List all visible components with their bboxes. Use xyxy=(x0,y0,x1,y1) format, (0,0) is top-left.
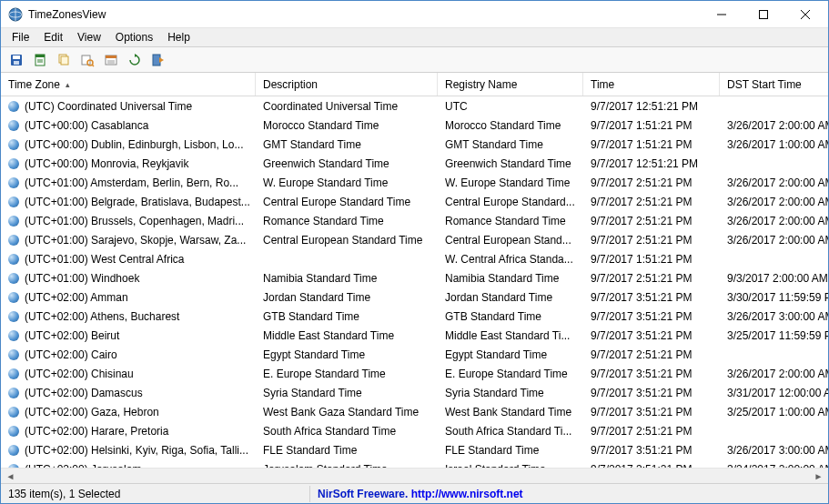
cell-dst: 3/30/2017 11:59:59 PM xyxy=(720,289,828,306)
table-row[interactable]: (UTC+01:00) WindhoekNamibia Standard Tim… xyxy=(1,268,828,287)
cell-dst: 3/26/2017 2:00:00 AM xyxy=(720,117,828,134)
cell-dst xyxy=(720,429,828,433)
cell-time: 9/7/2017 1:51:21 PM xyxy=(583,117,720,134)
table-row[interactable]: (UTC) Coordinated Universal TimeCoordina… xyxy=(1,96,828,116)
minimize-button[interactable] xyxy=(701,2,743,27)
cell-description: Syria Standard Time xyxy=(256,385,438,401)
svg-rect-20 xyxy=(106,55,116,58)
cell-time: 9/7/2017 3:51:21 PM xyxy=(583,461,720,469)
table-row[interactable]: (UTC+01:00) Sarajevo, Skopje, Warsaw, Za… xyxy=(1,230,828,249)
table-row[interactable]: (UTC+02:00) Athens, BucharestGTB Standar… xyxy=(1,307,828,326)
cell-time: 9/7/2017 2:51:21 PM xyxy=(583,347,720,363)
cell-time: 9/7/2017 2:51:21 PM xyxy=(583,232,720,248)
cell-dst xyxy=(720,105,828,108)
cell-registry: GTB Standard Time xyxy=(438,308,583,325)
menu-options[interactable]: Options xyxy=(108,28,160,46)
cell-timezone: (UTC+02:00) Chisinau xyxy=(1,366,256,382)
table-row[interactable]: (UTC+02:00) DamascusSyria Standard TimeS… xyxy=(1,383,828,402)
cell-description: Morocco Standard Time xyxy=(256,117,438,134)
titlebar: TimeZonesView xyxy=(1,1,828,28)
cell-registry: Namibia Standard Time xyxy=(438,270,583,287)
app-icon xyxy=(8,7,23,22)
cell-description: Romance Standard Time xyxy=(256,213,438,229)
menu-view[interactable]: View xyxy=(70,28,108,46)
cell-dst: 3/26/2017 2:00:00 AM xyxy=(720,194,828,210)
table-row[interactable]: (UTC+02:00) ChisinauE. Europe Standard T… xyxy=(1,364,828,383)
nirsoft-link[interactable]: http://www.nirsoft.net xyxy=(411,488,523,500)
maximize-button[interactable] xyxy=(743,2,784,27)
minimize-icon xyxy=(717,10,726,19)
table-row[interactable]: (UTC+01:00) West Central AfricaW. Centra… xyxy=(1,249,828,268)
properties-button[interactable] xyxy=(101,50,121,70)
app-window: TimeZonesView File Edit View Options Hel… xyxy=(0,0,829,504)
table-row[interactable]: (UTC+02:00) Helsinki, Kyiv, Riga, Sofia,… xyxy=(1,440,828,459)
svg-rect-4 xyxy=(760,10,768,18)
cell-timezone: (UTC+02:00) Athens, Bucharest xyxy=(1,308,256,325)
timezone-icon xyxy=(8,254,19,265)
cell-time: 9/7/2017 3:51:21 PM xyxy=(583,404,720,420)
cell-registry: Central European Stand... xyxy=(438,232,583,248)
col-header-dst[interactable]: DST Start Time xyxy=(720,73,828,96)
cell-registry: UTC xyxy=(438,98,583,115)
find-icon xyxy=(80,53,95,67)
cell-registry: Central Europe Standard... xyxy=(438,194,583,210)
timezone-icon xyxy=(8,139,19,150)
copy-button[interactable] xyxy=(54,50,74,70)
col-header-timezone[interactable]: Time Zone▴ xyxy=(1,73,256,96)
menu-file[interactable]: File xyxy=(5,28,36,46)
timezone-icon xyxy=(8,235,19,246)
cell-timezone: (UTC+01:00) West Central Africa xyxy=(1,251,256,267)
timezone-icon xyxy=(8,216,19,227)
cell-dst: 3/31/2017 12:00:00 AM xyxy=(720,385,828,401)
cell-dst: 3/26/2017 2:00:00 AM xyxy=(720,213,828,229)
close-button[interactable] xyxy=(784,2,826,27)
cell-registry: E. Europe Standard Time xyxy=(438,366,583,382)
table-row[interactable]: (UTC+02:00) Harare, PretoriaSouth Africa… xyxy=(1,421,828,440)
listview[interactable]: Time Zone▴ Description Registry Name Tim… xyxy=(1,73,828,468)
col-header-time[interactable]: Time xyxy=(583,73,720,96)
cell-dst: 3/25/2017 11:59:59 PM xyxy=(720,328,828,344)
cell-timezone: (UTC+01:00) Brussels, Copenhagen, Madri.… xyxy=(1,213,256,229)
html-report-button[interactable] xyxy=(30,50,50,70)
svg-rect-8 xyxy=(13,55,20,59)
cell-timezone: (UTC+00:00) Dublin, Edinburgh, Lisbon, L… xyxy=(1,136,256,153)
table-row[interactable]: (UTC+02:00) CairoEgypt Standard TimeEgyp… xyxy=(1,345,828,364)
cell-timezone: (UTC+02:00) Gaza, Hebron xyxy=(1,404,256,420)
refresh-button[interactable] xyxy=(125,50,145,70)
table-row[interactable]: (UTC+00:00) Monrovia, ReykjavikGreenwich… xyxy=(1,154,828,173)
table-row[interactable]: (UTC+01:00) Belgrade, Bratislava, Budape… xyxy=(1,192,828,211)
table-row[interactable]: (UTC+02:00) BeirutMiddle East Standard T… xyxy=(1,326,828,345)
cell-time: 9/7/2017 2:51:21 PM xyxy=(583,270,720,287)
table-row[interactable]: (UTC+02:00) AmmanJordan Standard TimeJor… xyxy=(1,287,828,307)
menu-edit[interactable]: Edit xyxy=(36,28,70,46)
cell-dst: 3/26/2017 2:00:00 AM xyxy=(720,175,828,191)
table-row[interactable]: (UTC+01:00) Brussels, Copenhagen, Madri.… xyxy=(1,211,828,230)
timezone-icon xyxy=(8,101,19,112)
table-row[interactable]: (UTC+01:00) Amsterdam, Berlin, Bern, Ro.… xyxy=(1,173,828,192)
col-header-description[interactable]: Description xyxy=(256,73,438,96)
table-row[interactable]: (UTC+00:00) Dublin, Edinburgh, Lisbon, L… xyxy=(1,135,828,154)
table-row[interactable]: (UTC+00:00) CasablancaMorocco Standard T… xyxy=(1,116,828,135)
rows-container: (UTC) Coordinated Universal TimeCoordina… xyxy=(1,96,828,468)
menu-help[interactable]: Help xyxy=(160,28,197,46)
timezone-icon xyxy=(8,273,19,284)
table-row[interactable]: (UTC+02:00) Gaza, HebronWest Bank Gaza S… xyxy=(1,402,828,421)
cell-description: E. Europe Standard Time xyxy=(256,366,438,382)
find-button[interactable] xyxy=(77,50,97,70)
cell-time: 9/7/2017 3:51:21 PM xyxy=(583,442,720,459)
exit-button[interactable] xyxy=(148,50,168,70)
cell-description: West Bank Gaza Standard Time xyxy=(256,404,438,420)
col-header-registry[interactable]: Registry Name xyxy=(438,73,583,96)
horizontal-scrollbar[interactable]: ◄ ► xyxy=(1,468,828,483)
table-row[interactable]: (UTC+02:00) JerusalemJerusalem Standard … xyxy=(1,459,828,468)
save-button[interactable] xyxy=(6,50,26,70)
sort-asc-icon: ▴ xyxy=(66,80,70,89)
cell-description: Coordinated Universal Time xyxy=(256,98,438,115)
cell-description xyxy=(256,257,438,261)
cell-description: GTB Standard Time xyxy=(256,308,438,325)
status-count: 135 item(s), 1 Selected xyxy=(1,486,310,502)
timezone-icon xyxy=(8,311,19,322)
timezone-icon xyxy=(8,445,19,456)
cell-time: 9/7/2017 3:51:21 PM xyxy=(583,366,720,382)
svg-rect-24 xyxy=(153,55,160,66)
